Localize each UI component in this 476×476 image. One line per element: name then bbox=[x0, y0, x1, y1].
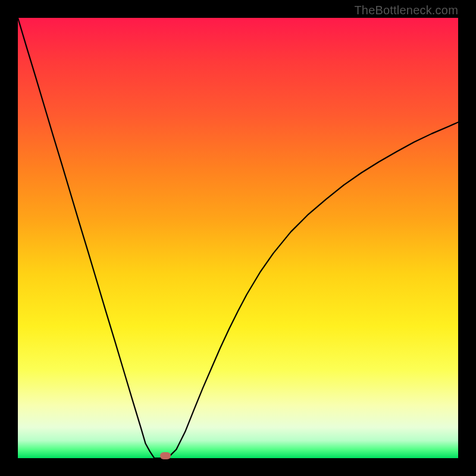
plot-background-gradient bbox=[18, 18, 458, 458]
watermark-text: TheBottleneck.com bbox=[354, 4, 458, 17]
bottleneck-curve bbox=[18, 18, 458, 458]
optimal-point-marker bbox=[160, 452, 171, 459]
chart-frame: TheBottleneck.com bbox=[0, 0, 476, 476]
